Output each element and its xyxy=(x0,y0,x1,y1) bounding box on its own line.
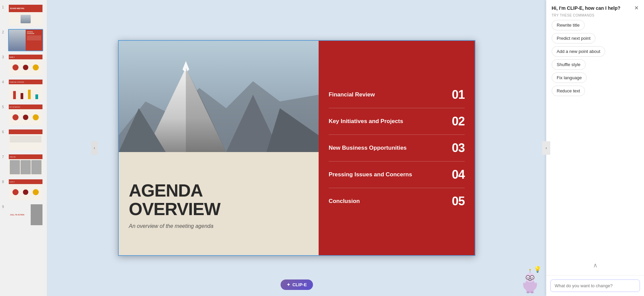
agenda-item-title: Key Initiatives and Projects xyxy=(329,118,403,125)
slide-thumbnail-2[interactable]: AGENDAOVERVIEW xyxy=(8,29,43,51)
svg-point-10 xyxy=(526,275,530,279)
svg-point-12 xyxy=(527,276,529,278)
ai-input-area xyxy=(546,275,644,296)
agenda-item-number: 01 xyxy=(452,88,465,102)
agenda-item-title: Financial Review xyxy=(329,91,375,98)
svg-point-19 xyxy=(523,282,527,289)
slide-thumb-4[interactable]: 4 FINANCIAL OVERVIEW xyxy=(0,78,47,102)
ai-command-btn-1[interactable]: Predict next point xyxy=(552,33,595,43)
slide-left-panel: AGENDA OVERVIEW An overview of the meeti… xyxy=(119,41,319,255)
svg-point-11 xyxy=(530,275,534,279)
slide-thumb-6[interactable]: 6 xyxy=(0,127,47,152)
slide-panel: 1 BOARD MEETING 2 AGENDAOVERVIEW xyxy=(0,0,47,296)
agenda-item-5: Conclusion 05 xyxy=(329,188,465,214)
ai-command-btn-5[interactable]: Reduce text xyxy=(552,86,585,96)
slide-subtitle: An overview of the meeting agenda xyxy=(129,223,309,229)
slide-thumb-7[interactable]: 7 TIMELINE xyxy=(0,152,47,177)
ai-panel-header: Hi, I'm CLIP-E, how can I help? ✕ xyxy=(546,0,644,13)
slide-text-area: AGENDA OVERVIEW An overview of the meeti… xyxy=(119,152,319,255)
slide-thumbnail-4[interactable]: FINANCIAL OVERVIEW xyxy=(8,79,43,101)
clipe-mascot: 💡 xyxy=(521,267,539,294)
slide-thumb-2[interactable]: 2 AGENDAOVERVIEW xyxy=(0,28,47,53)
presentation-slide: AGENDA OVERVIEW An overview of the meeti… xyxy=(118,40,475,256)
ai-command-btn-0[interactable]: Rewrite title xyxy=(552,20,585,30)
agenda-item-number: 05 xyxy=(452,194,465,208)
ai-panel-title: Hi, I'm CLIP-E, how can I help? xyxy=(552,5,620,11)
agenda-item-2: Key Initiatives and Projects 02 xyxy=(329,108,465,135)
ai-commands-label: TRY THESE COMMANDS xyxy=(546,13,644,20)
svg-point-20 xyxy=(533,282,538,289)
slide-thumbnail-6[interactable] xyxy=(8,129,43,151)
main-content: ‹ xyxy=(47,0,546,296)
slide-thumb-9[interactable]: 9 CALL TO ACTION xyxy=(0,202,47,227)
agenda-item-title: New Business Opportunities xyxy=(329,145,407,151)
thumb-avatar xyxy=(35,6,41,12)
agenda-item-4: Pressing Issues and Concerns 04 xyxy=(329,161,465,188)
slide-thumbnail-7[interactable]: TIMELINE xyxy=(8,154,43,176)
mountain-svg xyxy=(119,41,319,152)
slide-thumbnail-8[interactable]: SLIDE 8 xyxy=(8,179,43,201)
svg-point-21 xyxy=(526,291,530,293)
svg-point-22 xyxy=(530,291,534,293)
svg-point-13 xyxy=(531,276,533,278)
agenda-item-number: 04 xyxy=(452,168,465,182)
ai-panel-collapse-btn[interactable]: › xyxy=(542,141,550,155)
agenda-item-number: 02 xyxy=(452,114,465,128)
sidebar-collapse-btn[interactable]: ‹ xyxy=(91,141,98,155)
agenda-item-3: New Business Opportunities 03 xyxy=(329,135,465,161)
slide-mountain-image xyxy=(119,41,319,152)
svg-point-14 xyxy=(528,277,529,278)
slide-thumbnail-9[interactable]: CALL TO ACTION xyxy=(8,204,43,226)
slide-right-panel: Financial Review 01 Key Initiatives and … xyxy=(319,41,475,255)
ai-panel-chevron-up[interactable]: ∧ xyxy=(593,262,597,269)
agenda-item-1: Financial Review 01 xyxy=(329,82,465,108)
slide-thumb-5[interactable]: 5 KEY INITIATIVES xyxy=(0,102,47,127)
ai-assistant-panel: › Hi, I'm CLIP-E, how can I help? ✕ TRY … xyxy=(546,0,644,296)
ai-commands-list: Rewrite titlePredict next pointAdd a new… xyxy=(546,20,644,96)
agenda-items-list: Financial Review 01 Key Initiatives and … xyxy=(329,82,465,214)
slide-main-title: AGENDA OVERVIEW xyxy=(129,181,309,218)
clipe-label: CLIP-E xyxy=(292,282,307,287)
slide-thumb-1[interactable]: 1 BOARD MEETING xyxy=(0,3,47,28)
slide-thumb-8[interactable]: 8 SLIDE 8 xyxy=(0,177,47,202)
svg-point-8 xyxy=(525,279,535,293)
thumb-img xyxy=(21,15,31,23)
agenda-item-title: Conclusion xyxy=(329,198,360,205)
clipe-button[interactable]: ✦ CLIP-E xyxy=(281,279,313,290)
svg-point-15 xyxy=(532,277,533,278)
slide-thumbnail-5[interactable]: KEY INITIATIVES xyxy=(8,104,43,126)
slide-thumb-3[interactable]: 3 SLIDE 3 xyxy=(0,53,47,78)
ai-close-button[interactable]: ✕ xyxy=(634,5,639,11)
agenda-item-title: Pressing Issues and Concerns xyxy=(329,171,412,178)
agenda-item-number: 03 xyxy=(452,141,465,155)
ai-command-btn-4[interactable]: Fix language xyxy=(552,72,587,83)
slide-thumbnail-3[interactable]: SLIDE 3 xyxy=(8,54,43,76)
svg-point-9 xyxy=(525,273,535,282)
slide-thumbnail-1[interactable]: BOARD MEETING xyxy=(8,4,43,26)
ai-command-btn-3[interactable]: Shuffle style xyxy=(552,59,586,70)
ai-command-btn-2[interactable]: Add a new point about xyxy=(552,46,605,57)
clipe-icon: ✦ xyxy=(287,282,290,287)
svg-point-18 xyxy=(529,269,531,270)
ai-chat-input[interactable] xyxy=(550,279,640,292)
